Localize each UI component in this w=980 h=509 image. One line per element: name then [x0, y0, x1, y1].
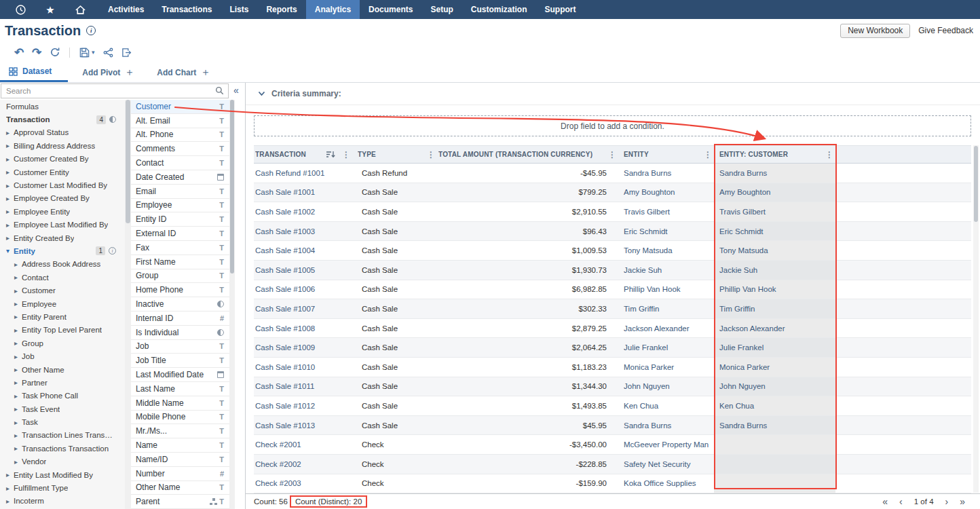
column-menu-icon[interactable]: ⋮	[608, 150, 614, 159]
field-item-alt-email[interactable]: Alt. EmailT	[131, 114, 229, 128]
table-row[interactable]: Cash Refund #1001Cash Refund-$45.95Sandr…	[254, 164, 971, 183]
tree-item-customer-last-modified-by[interactable]: ▸Customer Last Modified By	[0, 178, 125, 191]
column-header-type[interactable]: TYPE⋮	[352, 146, 437, 163]
undo-button[interactable]: ↶	[10, 45, 28, 60]
table-row[interactable]: Cash Sale #1007Cash Sale$302.33Tim Griff…	[254, 299, 971, 319]
column-menu-icon[interactable]: ⋮	[704, 150, 709, 159]
table-row[interactable]: Cash Sale #1006Cash Sale$6,982.85Phillip…	[254, 280, 971, 300]
field-item-entity-id[interactable]: Entity IDT	[131, 212, 229, 227]
tab-dataset[interactable]: Dataset	[0, 62, 68, 82]
nav-item-analytics[interactable]: Analytics	[306, 0, 360, 19]
refresh-button[interactable]	[45, 47, 64, 58]
field-item-email[interactable]: EmailT	[131, 185, 229, 199]
table-row[interactable]: Check #2002Check-$228.85Safety Net Secur…	[254, 455, 971, 474]
shortcuts-button[interactable]: ★	[35, 0, 65, 19]
last-page-button[interactable]: »	[960, 497, 965, 506]
table-row[interactable]: Cash Sale #1001Cash Sale$799.25Amy Bough…	[254, 183, 971, 203]
nav-item-customization[interactable]: Customization	[462, 0, 536, 19]
field-item-internal-id[interactable]: Internal ID#	[131, 312, 229, 326]
tree-item-transaction[interactable]: Transaction4	[0, 113, 125, 126]
column-header-entity[interactable]: ENTITY⋮	[618, 146, 714, 163]
tree-item-customer[interactable]: ▸Customer	[0, 284, 125, 297]
field-item-is-individual[interactable]: Is Individual	[131, 326, 229, 340]
tree-item-fulfillment-type[interactable]: ▸Fulfillment Type	[0, 481, 125, 494]
column-menu-icon[interactable]: ⋮	[427, 150, 432, 159]
previous-page-button[interactable]: ‹	[899, 497, 903, 506]
nav-item-activities[interactable]: Activities	[99, 0, 153, 19]
field-item-home-phone[interactable]: Home PhoneT	[131, 283, 229, 297]
tree-item-billing-address-address[interactable]: ▸Billing Address Address	[0, 139, 125, 152]
field-item-number[interactable]: Number#	[131, 467, 229, 481]
tree-item-contact[interactable]: ▸Contact	[0, 271, 125, 284]
field-item-other-name[interactable]: Other NameT	[131, 481, 229, 495]
new-workbook-button[interactable]: New Workbook	[840, 24, 910, 38]
tree-scrollbar-thumb[interactable]	[126, 100, 130, 223]
add-pivot-button[interactable]: Add Pivot ＋	[74, 62, 143, 82]
column-header-total-amount-transaction-currency[interactable]: TOTAL AMOUNT (TRANSACTION CURRENCY)⋮	[437, 146, 618, 163]
table-row[interactable]: Cash Sale #1012Cash Sale$1,493.85Ken Chu…	[254, 396, 971, 416]
tree-item-group[interactable]: ▸Group	[0, 337, 125, 350]
tree-item-entity-last-modified-by[interactable]: ▸Entity Last Modified By	[0, 468, 125, 481]
tree-item-customer-entity[interactable]: ▸Customer Entity	[0, 166, 125, 178]
field-item-last-modified-date[interactable]: Last Modified Date	[131, 368, 229, 382]
tree-item-entity-top-level-parent[interactable]: ▸Entity Top Level Parent	[0, 324, 125, 337]
tree-item-entity-parent[interactable]: ▸Entity Parent	[0, 310, 125, 323]
table-row[interactable]: Cash Sale #1011Cash Sale$1,344.30John Ng…	[254, 377, 971, 397]
criteria-collapse-chevron[interactable]	[258, 91, 265, 96]
tree-item-transactions-transaction[interactable]: ▸Transactions Transaction	[0, 442, 125, 455]
first-page-button[interactable]: «	[882, 497, 888, 506]
tree-item-partner[interactable]: ▸Partner	[0, 376, 125, 389]
table-row[interactable]: Cash Sale #1003Cash Sale$96.43Eric Schmi…	[254, 222, 971, 242]
tree-item-employee-entity[interactable]: ▸Employee Entity	[0, 205, 125, 218]
column-menu-icon[interactable]: ⋮	[825, 150, 831, 159]
nav-item-lists[interactable]: Lists	[221, 0, 257, 19]
table-row[interactable]: Cash Sale #1005Cash Sale$1,930.73Jackie …	[254, 261, 971, 280]
field-item-middle-name[interactable]: Middle NameT	[131, 396, 229, 411]
table-row[interactable]: Check #2001Check-$3,450.00McGeever Prope…	[254, 435, 971, 455]
field-item-mr-ms[interactable]: Mr./Ms...T	[131, 424, 229, 438]
home-button[interactable]	[65, 0, 95, 19]
give-feedback-link[interactable]: Give Feedback	[918, 26, 973, 35]
nav-item-transactions[interactable]: Transactions	[153, 0, 221, 19]
field-item-job-title[interactable]: Job TitleT	[131, 354, 229, 368]
table-row[interactable]: Cash Sale #1004Cash Sale$1,009.53Tony Ma…	[254, 241, 971, 261]
tree-item-transaction-lines-transac[interactable]: ▸Transaction Lines Transac...	[0, 429, 125, 442]
nav-item-documents[interactable]: Documents	[360, 0, 421, 19]
column-menu-icon[interactable]: ⋮	[342, 150, 347, 159]
column-header-transaction[interactable]: TRANSACTION⋮	[254, 146, 352, 163]
add-chart-button[interactable]: Add Chart ＋	[149, 62, 219, 82]
tree-item-customer-created-by[interactable]: ▸Customer Created By	[0, 153, 125, 166]
tree-item-employee-last-modified-by[interactable]: ▸Employee Last Modified By	[0, 219, 125, 231]
field-item-name-id[interactable]: Name/IDT	[131, 453, 229, 467]
redo-button[interactable]: ↷	[28, 45, 45, 60]
field-item-last-name[interactable]: Last NameT	[131, 382, 229, 396]
info-icon[interactable]: i	[86, 26, 96, 35]
field-item-parent[interactable]: ParentT	[131, 495, 229, 509]
table-row[interactable]: Cash Sale #1009Cash Sale$2,064.25Julie F…	[254, 338, 971, 358]
next-page-button[interactable]: ›	[945, 497, 949, 506]
tree-item-other-name[interactable]: ▸Other Name	[0, 363, 125, 376]
recent-records-button[interactable]	[5, 0, 35, 19]
field-list-scrollbar-thumb[interactable]	[230, 100, 234, 274]
save-menu-button[interactable]: ▾	[75, 48, 99, 58]
table-row[interactable]: Check #2003Check-$159.90Koka Office Supp…	[254, 474, 971, 494]
tree-item-incoterm[interactable]: ▸Incoterm	[0, 495, 125, 508]
field-item-comments[interactable]: CommentsT	[131, 142, 229, 156]
column-header-entity-customer[interactable]: ENTITY: CUSTOMER⋮	[714, 146, 835, 163]
field-item-mobile-phone[interactable]: Mobile PhoneT	[131, 411, 229, 425]
tree-item-vendor[interactable]: ▸Vendor	[0, 455, 125, 468]
table-row[interactable]: Cash Sale #1010Cash Sale$1,183.23Monica …	[254, 358, 971, 377]
share-button[interactable]	[99, 48, 117, 58]
field-item-employee[interactable]: EmployeeT	[131, 199, 229, 213]
nav-item-reports[interactable]: Reports	[257, 0, 305, 19]
tree-item-task-event[interactable]: ▸Task Event	[0, 402, 125, 415]
field-item-external-id[interactable]: External IDT	[131, 227, 229, 241]
field-item-alt-phone[interactable]: Alt. PhoneT	[131, 128, 229, 143]
tree-item-job[interactable]: ▸Job	[0, 350, 125, 362]
tree-item-formulas[interactable]: Formulas	[0, 100, 125, 113]
tree-item-entity-created-by[interactable]: ▸Entity Created By	[0, 231, 125, 244]
tree-item-address-book-address[interactable]: ▸Address Book Address	[0, 258, 125, 271]
field-item-inactive[interactable]: Inactive	[131, 297, 229, 312]
tree-item-employee[interactable]: ▸Employee	[0, 297, 125, 310]
table-row[interactable]: Cash Sale #1002Cash Sale$2,910.55Travis …	[254, 202, 971, 222]
